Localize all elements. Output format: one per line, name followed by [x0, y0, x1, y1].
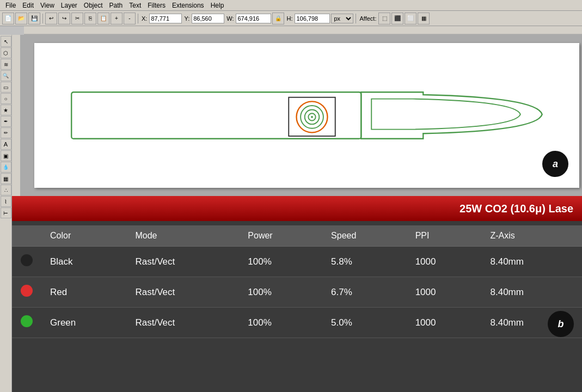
x-input[interactable]: [149, 14, 182, 23]
zaxis-black: 8.40mm: [482, 247, 583, 277]
affect-btn-2[interactable]: ⬛: [391, 13, 403, 24]
tool-measure-button[interactable]: [1, 207, 11, 218]
redo-button[interactable]: ↪: [58, 13, 70, 24]
tool-circle-button[interactable]: [1, 93, 11, 104]
col-header-ppi: PPI: [407, 225, 482, 247]
w-input[interactable]: [236, 14, 271, 23]
black-dot: [21, 254, 33, 266]
col-header-dot: [12, 225, 41, 247]
tool-tweak-button[interactable]: [1, 59, 11, 70]
toolbox: [0, 35, 12, 392]
col-header-speed: Speed: [322, 225, 407, 247]
red-dot: [21, 285, 33, 297]
cut-button[interactable]: ✂: [71, 13, 83, 24]
color-dot-cell: [12, 308, 41, 338]
affect-btn-4[interactable]: ▦: [418, 13, 430, 24]
y-label: Y:: [183, 15, 191, 22]
table-row[interactable]: Green Rast/Vect 100% 5.0% 1000 8.40mm: [12, 308, 582, 338]
laser-table: Color Mode Power Speed PPI Z-Axis: [12, 225, 582, 338]
laser-header: 25W CO2 (10.6μ) Lase: [12, 196, 582, 221]
h-input[interactable]: [295, 14, 330, 23]
canvas-bg: a: [21, 35, 582, 196]
tool-spray-button[interactable]: [1, 185, 11, 195]
new-button[interactable]: 📄: [2, 13, 14, 24]
toolbar: 📄 📂 💾 ↩ ↪ ✂ ⎘ 📋 + - X: Y: W: 🔒 H: px mm …: [0, 11, 582, 26]
speed-black: 5.8%: [322, 247, 407, 277]
color-dot-cell: [12, 247, 41, 277]
menu-extensions[interactable]: Extensions: [169, 2, 207, 9]
table-row[interactable]: Black Rast/Vect 100% 5.8% 1000 8.40mm: [12, 247, 582, 277]
menu-text[interactable]: Text: [126, 2, 144, 9]
menubar: File Edit View Layer Object Path Text Fi…: [0, 0, 582, 11]
menu-help[interactable]: Help: [207, 2, 228, 9]
ruler-vertical: [12, 35, 21, 196]
menu-view[interactable]: View: [37, 2, 58, 9]
ppi-black: 1000: [407, 247, 482, 277]
affect-btn-1[interactable]: ⬚: [378, 13, 390, 24]
affect-btn-3[interactable]: ⬜: [405, 13, 416, 24]
tool-zoom-button[interactable]: [1, 70, 11, 81]
tool-pencil-button[interactable]: [1, 127, 11, 138]
copy-button[interactable]: ⎘: [84, 13, 96, 24]
save-button[interactable]: 💾: [28, 13, 40, 24]
mode-black: Rast/Vect: [126, 247, 239, 277]
col-header-zaxis: Z-Axis: [482, 225, 583, 247]
zaxis-red: 8.40mm: [482, 277, 583, 308]
laser-title: 25W CO2 (10.6μ) Lase: [460, 203, 573, 215]
tool-gradient-button[interactable]: [1, 173, 11, 184]
color-name-red: Red: [41, 277, 126, 308]
menu-object[interactable]: Object: [81, 2, 106, 9]
separator-3: [356, 14, 356, 23]
open-button[interactable]: 📂: [15, 13, 27, 24]
undo-button[interactable]: ↩: [45, 13, 57, 24]
power-red: 100%: [239, 277, 322, 308]
ppi-red: 1000: [407, 277, 482, 308]
canvas-surface[interactable]: a: [34, 43, 579, 188]
tool-eyedrop-button[interactable]: [1, 162, 11, 173]
power-green: 100%: [239, 308, 322, 338]
color-dot-cell: [12, 277, 41, 308]
speed-green: 5.0%: [322, 308, 407, 338]
tool-rect-button[interactable]: [1, 82, 11, 93]
tool-fill-button[interactable]: [1, 150, 11, 161]
svg-point-8: [311, 116, 313, 118]
ruler-v-svg: [12, 35, 21, 196]
tool-pen-button[interactable]: [1, 116, 11, 127]
units-select[interactable]: px mm in: [331, 14, 353, 23]
mode-red: Rast/Vect: [126, 277, 239, 308]
color-name-black: Black: [41, 247, 126, 277]
separator-2: [138, 14, 138, 23]
y-input[interactable]: [192, 14, 224, 23]
col-header-color: Color: [41, 225, 126, 247]
col-header-mode: Mode: [126, 225, 239, 247]
menu-layer[interactable]: Layer: [58, 2, 81, 9]
x-label: X:: [140, 15, 148, 22]
inkscape-drawing: [34, 43, 579, 188]
zoom-in-button[interactable]: +: [111, 13, 122, 24]
table-row[interactable]: Red Rast/Vect 100% 6.7% 1000 8.40mm: [12, 277, 582, 308]
power-black: 100%: [239, 247, 322, 277]
menu-file[interactable]: File: [2, 2, 19, 9]
speed-red: 6.7%: [322, 277, 407, 308]
lock-button[interactable]: 🔒: [272, 13, 284, 24]
tool-arrow-button[interactable]: [1, 36, 11, 47]
laser-table-body: Black Rast/Vect 100% 5.8% 1000 8.40mm: [12, 247, 582, 338]
mode-green: Rast/Vect: [126, 308, 239, 338]
menu-path[interactable]: Path: [106, 2, 126, 9]
zoom-out-button[interactable]: -: [124, 13, 136, 24]
ppi-green: 1000: [407, 308, 482, 338]
tool-text-button[interactable]: [1, 139, 11, 150]
ruler-horizontal: // ticks rendered via JS below: [24, 26, 582, 35]
table-header-row: Color Mode Power Speed PPI Z-Axis: [12, 225, 582, 247]
green-dot: [21, 315, 33, 327]
menu-edit[interactable]: Edit: [19, 2, 37, 9]
tool-node-button[interactable]: [1, 47, 11, 58]
laser-settings-panel: 25W CO2 (10.6μ) Lase Color Mode Power Sp…: [12, 196, 582, 392]
tool-star-button[interactable]: [1, 105, 11, 115]
canvas-container: a 25W CO2 (10.6μ) Lase Color Mode Po: [12, 35, 582, 392]
tool-connector-button[interactable]: [1, 196, 11, 207]
laser-table-container: Color Mode Power Speed PPI Z-Axis: [12, 221, 582, 342]
menu-filters[interactable]: Filters: [144, 2, 169, 9]
ruler-h-svg: // ticks rendered via JS below: [24, 26, 582, 34]
paste-button[interactable]: 📋: [97, 13, 109, 24]
